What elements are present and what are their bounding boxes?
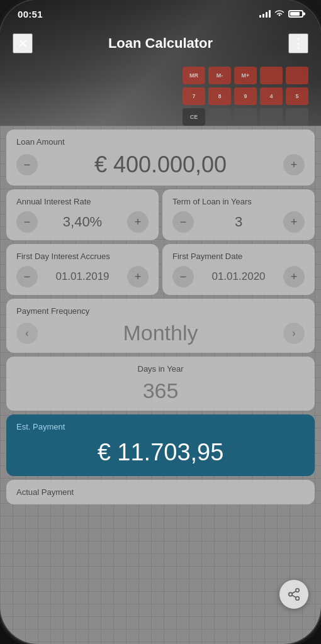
content-area: Loan Amount − € 400.000,00 + Annual Inte… — [0, 126, 321, 644]
first-payment-date-card: First Payment Date − 01.01.2020 + — [162, 244, 315, 295]
payment-frequency-prev[interactable]: ‹ — [16, 323, 38, 344]
menu-button[interactable]: ⋮ — [288, 33, 308, 53]
term-loan-increment[interactable]: + — [283, 211, 305, 233]
first-payment-date-label: First Payment Date — [172, 252, 305, 261]
first-payment-date-increment[interactable]: + — [283, 266, 305, 287]
first-day-interest-decrement[interactable]: − — [16, 266, 38, 287]
status-icons — [259, 9, 303, 19]
calculator-decoration: MR M- M+ 7 8 9 4 5 CE — [183, 67, 308, 126]
loan-amount-label: Loan Amount — [16, 137, 305, 147]
status-time: 00:51 — [18, 9, 43, 19]
loan-amount-increment[interactable]: + — [283, 154, 305, 175]
interest-rate-label: Annual Interest Rate — [16, 197, 149, 206]
share-icon — [287, 587, 301, 601]
first-payment-date-decrement[interactable]: − — [172, 266, 194, 287]
loan-amount-decrement[interactable]: − — [16, 154, 38, 175]
payment-frequency-row: ‹ Monthly › — [16, 321, 305, 345]
dates-row: First Day Interest Accrues − 01.01.2019 … — [6, 244, 315, 295]
interest-rate-value: 3,40% — [38, 214, 127, 230]
term-loan-value: 3 — [194, 214, 283, 230]
payment-frequency-label: Payment Frequency — [16, 306, 305, 316]
days-in-year-card: Days in Year 365 — [6, 357, 315, 411]
first-day-interest-row: − 01.01.2019 + — [16, 266, 149, 287]
content-inner: Loan Amount − € 400.000,00 + Annual Inte… — [0, 130, 321, 504]
svg-line-4 — [292, 591, 296, 594]
actual-payment-card: Actual Payment — [6, 480, 315, 504]
app-title: Loan Calculator — [108, 35, 213, 52]
battery-icon — [288, 10, 303, 18]
days-in-year-value: 365 — [16, 379, 305, 403]
payment-frequency-next[interactable]: › — [283, 323, 305, 344]
payment-frequency-value: Monthly — [38, 321, 283, 345]
interest-rate-card: Annual Interest Rate − 3,40% + — [6, 189, 159, 240]
share-button[interactable] — [279, 580, 308, 609]
loan-amount-value: € 400.000,00 — [38, 152, 283, 178]
term-loan-decrement[interactable]: − — [172, 211, 194, 233]
payment-frequency-card: Payment Frequency ‹ Monthly › — [6, 299, 315, 353]
first-payment-date-row: − 01.01.2020 + — [172, 266, 305, 287]
loan-amount-card: Loan Amount − € 400.000,00 + — [6, 130, 315, 186]
first-day-interest-card: First Day Interest Accrues − 01.01.2019 … — [6, 244, 159, 295]
estimated-payment-label: Est. Payment — [16, 422, 305, 431]
estimated-payment-card: Est. Payment € 11.703,95 — [6, 414, 315, 476]
first-day-interest-value: 01.01.2019 — [38, 270, 127, 283]
interest-rate-increment[interactable]: + — [127, 211, 149, 233]
days-in-year-label: Days in Year — [16, 364, 305, 374]
term-loan-label: Term of Loan in Years — [172, 197, 305, 206]
first-payment-date-value: 01.01.2020 — [194, 270, 283, 283]
close-button[interactable]: ✕ — [13, 33, 33, 53]
signal-icon — [259, 10, 271, 18]
estimated-payment-value: € 11.703,95 — [16, 436, 305, 469]
wifi-icon — [274, 9, 284, 19]
term-loan-card: Term of Loan in Years − 3 + — [162, 189, 315, 240]
svg-line-3 — [292, 595, 296, 597]
phone-frame: 00:51 MR M- M+ — [0, 0, 321, 644]
first-day-interest-label: First Day Interest Accrues — [16, 252, 149, 261]
status-bar: 00:51 — [0, 0, 321, 28]
first-day-interest-increment[interactable]: + — [127, 266, 149, 287]
interest-rate-row: − 3,40% + — [16, 211, 149, 233]
header-title-bar: ✕ Loan Calculator ⋮ — [0, 28, 321, 59]
interest-term-row: Annual Interest Rate − 3,40% + Term of L… — [6, 189, 315, 240]
loan-amount-row: − € 400.000,00 + — [16, 152, 305, 178]
interest-rate-decrement[interactable]: − — [16, 211, 38, 233]
actual-payment-label: Actual Payment — [16, 487, 305, 497]
term-loan-row: − 3 + — [172, 211, 305, 233]
